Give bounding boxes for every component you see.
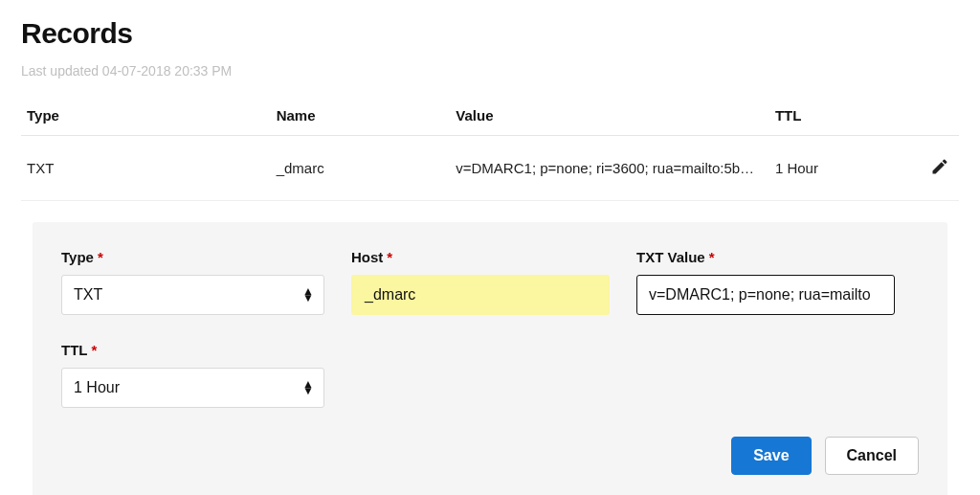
cell-ttl: 1 Hour [769, 136, 909, 201]
host-field-value: _dmarc [365, 286, 415, 304]
col-header-name: Name [271, 96, 451, 136]
host-field[interactable]: _dmarc [351, 275, 610, 315]
cell-name: _dmarc [271, 136, 451, 201]
type-label: Type* [61, 249, 324, 265]
last-updated: Last updated 04-07-2018 20:33 PM [21, 63, 959, 79]
type-select[interactable]: TXT ▲▼ [61, 275, 324, 315]
col-header-value: Value [450, 96, 769, 136]
host-label: Host* [351, 249, 610, 265]
ttl-select[interactable]: 1 Hour ▲▼ [61, 368, 324, 408]
ttl-label: TTL* [61, 342, 324, 358]
pencil-icon [930, 157, 949, 179]
col-header-actions [909, 96, 959, 136]
cancel-button[interactable]: Cancel [825, 437, 919, 475]
save-button[interactable]: Save [731, 437, 811, 475]
col-header-ttl: TTL [769, 96, 909, 136]
select-arrows-icon: ▲▼ [302, 381, 314, 394]
edit-record-panel: Type* TXT ▲▼ Host* _dmarc TXT Value* [33, 222, 947, 495]
edit-button[interactable] [926, 153, 953, 183]
cell-value: v=DMARC1; p=none; ri=3600; rua=mailto:5b… [450, 136, 769, 201]
type-select-value: TXT [74, 286, 102, 304]
ttl-select-value: 1 Hour [74, 379, 120, 396]
table-row: TXT _dmarc v=DMARC1; p=none; ri=3600; ru… [21, 136, 959, 201]
txt-value-label: TXT Value* [636, 249, 895, 265]
page-title: Records [21, 17, 959, 50]
txt-value-input[interactable] [636, 275, 895, 315]
select-arrows-icon: ▲▼ [302, 288, 314, 302]
cell-type: TXT [21, 136, 271, 201]
records-table: Type Name Value TTL TXT _dmarc v=DMARC1;… [21, 96, 959, 201]
col-header-type: Type [21, 96, 271, 136]
